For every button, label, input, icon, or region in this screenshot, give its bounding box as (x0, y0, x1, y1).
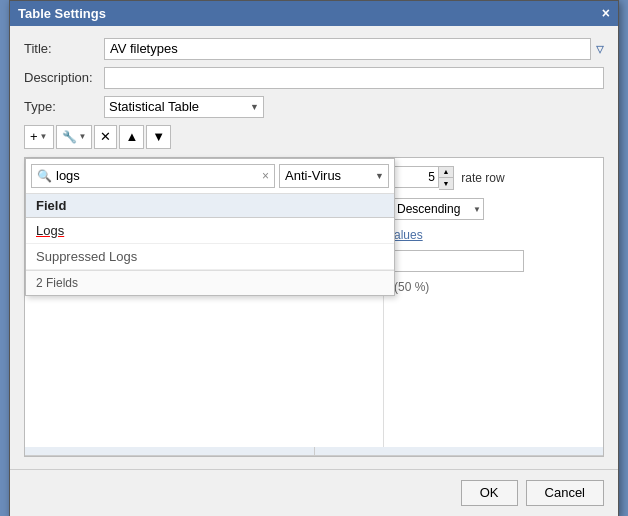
col-header-2 (315, 447, 604, 455)
plus-icon: + (30, 129, 38, 144)
suppressed-logs-label: Suppressed Logs (36, 249, 137, 264)
close-button[interactable]: × (602, 6, 610, 20)
spin-up-button[interactable]: ▲ (439, 167, 453, 178)
field-list-header: Field (26, 194, 394, 218)
move-up-button[interactable]: ▲ (119, 125, 144, 149)
ok-button[interactable]: OK (461, 480, 518, 506)
spinner-arrows: ▲ ▼ (439, 166, 454, 190)
move-down-button[interactable]: ▼ (146, 125, 171, 149)
filter-icon[interactable]: ▿ (596, 39, 604, 58)
main-area: 🔍 × Anti-Virus All Categories Field (24, 157, 604, 457)
dialog-body: Title: ▿ Description: Type: Statistical … (10, 26, 618, 469)
list-item[interactable]: Logs (26, 218, 394, 244)
percent-row: (50 %) (394, 280, 593, 294)
delete-icon: ✕ (100, 129, 111, 144)
description-input[interactable] (104, 67, 604, 89)
sort-select-wrapper: Descending Ascending (394, 198, 484, 220)
up-icon: ▲ (125, 129, 138, 144)
type-select[interactable]: Statistical Table Summary Table Detail T… (104, 96, 264, 118)
type-select-wrapper: Statistical Table Summary Table Detail T… (104, 96, 264, 118)
category-select[interactable]: Anti-Virus All Categories (279, 164, 389, 188)
delete-button[interactable]: ✕ (94, 125, 117, 149)
description-label: Description: (24, 70, 104, 85)
values-input[interactable] (394, 250, 524, 272)
values-link[interactable]: alues (394, 228, 423, 242)
column-headers-area (25, 447, 603, 456)
wrench-button[interactable]: 🔧 ▼ (56, 125, 93, 149)
category-select-wrapper: Anti-Virus All Categories (279, 164, 389, 188)
sort-select[interactable]: Descending Ascending (394, 198, 484, 220)
title-row: Title: ▿ (24, 38, 604, 60)
dropdown-footer: 2 Fields (26, 270, 394, 295)
top-n-input[interactable] (394, 166, 439, 188)
table-settings-dialog: Table Settings × Title: ▿ Description: T… (9, 0, 619, 516)
add-button[interactable]: + ▼ (24, 125, 54, 149)
list-item[interactable]: Suppressed Logs (26, 244, 394, 270)
sort-row: Descending Ascending (394, 198, 593, 220)
dialog-title: Table Settings (18, 6, 106, 21)
toolbar: + ▼ 🔧 ▼ ✕ ▲ ▼ (24, 125, 604, 149)
col-header-1 (25, 447, 315, 455)
type-row: Type: Statistical Table Summary Table De… (24, 96, 604, 118)
search-icon: 🔍 (37, 169, 52, 183)
search-input[interactable] (56, 168, 259, 183)
down-icon: ▼ (152, 129, 165, 144)
field-search-dropdown: 🔍 × Anti-Virus All Categories Field (25, 158, 395, 296)
title-label: Title: (24, 41, 104, 56)
right-panel: ▲ ▼ rate row Descending Ascending (383, 158, 603, 456)
spin-down-button[interactable]: ▼ (439, 178, 453, 189)
search-row: 🔍 × Anti-Virus All Categories (26, 159, 394, 194)
add-dropdown-arrow: ▼ (40, 132, 48, 141)
wrench-icon: 🔧 (62, 130, 77, 144)
column-headers (25, 447, 603, 456)
field-list: Logs Suppressed Logs (26, 218, 394, 270)
dialog-titlebar: Table Settings × (10, 1, 618, 26)
cancel-button[interactable]: Cancel (526, 480, 604, 506)
logs-label: Logs (36, 223, 64, 238)
search-input-wrapper: 🔍 × (31, 164, 275, 188)
search-clear-button[interactable]: × (262, 169, 269, 183)
percent-label: (50 %) (394, 280, 429, 294)
top-n-row: ▲ ▼ rate row (394, 166, 593, 190)
values-row: alues (394, 228, 593, 242)
type-label: Type: (24, 99, 104, 114)
description-row: Description: (24, 67, 604, 89)
rate-row-label: rate row (458, 171, 505, 185)
dialog-footer: OK Cancel (10, 469, 618, 516)
text-input-row (394, 250, 593, 272)
wrench-dropdown-arrow: ▼ (79, 132, 87, 141)
title-input[interactable] (104, 38, 591, 60)
top-n-spinner: ▲ ▼ (394, 166, 454, 190)
